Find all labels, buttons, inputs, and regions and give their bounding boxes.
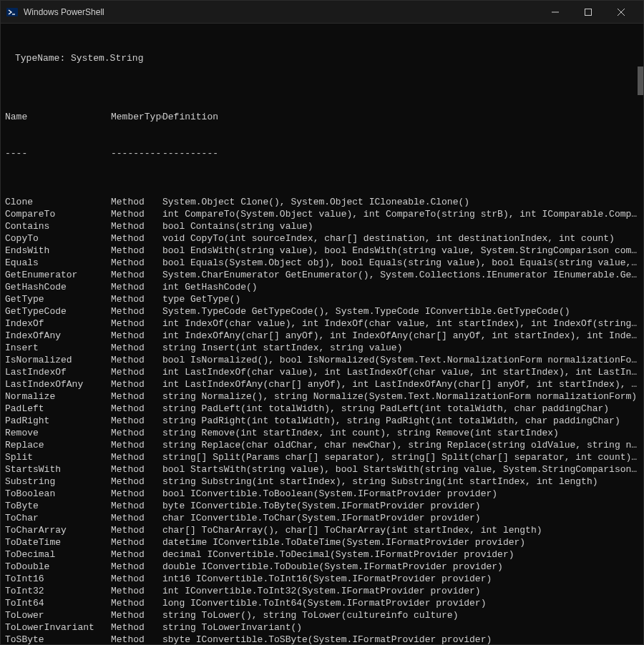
member-name: ToBoolean [5,488,111,500]
member-definition: bool IConvertible.ToBoolean(System.IForm… [162,488,639,500]
member-type: Method [111,269,162,281]
member-definition: string PadLeft(int totalWidth), string P… [162,403,639,415]
close-button[interactable] [605,1,638,24]
member-type: Method [111,232,162,245]
member-definition: void CopyTo(int sourceIndex, char[] dest… [162,232,639,245]
member-name: ToInt32 [5,585,111,597]
table-row: IndexOfAnyMethodint IndexOfAny(char[] an… [5,330,639,342]
member-name: Split [5,451,111,463]
window-controls [539,1,638,24]
table-row: SubstringMethodstring Substring(int star… [5,476,639,488]
table-row: ReplaceMethodstring Replace(char oldChar… [5,439,639,451]
table-header-underline: ---- ---------- ---------- [5,147,639,159]
member-definition: sbyte IConvertible.ToSByte(System.IForma… [162,634,639,644]
table-row: EqualsMethodbool Equals(System.Object ob… [5,257,639,269]
table-row: StartsWithMethodbool StartsWith(string v… [5,463,639,476]
table-row: LastIndexOfAnyMethodint LastIndexOfAny(c… [5,378,639,390]
member-definition: datetime IConvertible.ToDateTime(System.… [162,536,639,548]
member-definition: string ToLower(), string ToLower(culture… [162,609,639,621]
member-name: Replace [5,439,111,451]
member-type: Method [111,524,162,536]
table-row: InsertMethodstring Insert(int startIndex… [5,342,639,354]
member-definition: int IndexOf(char value), int IndexOf(cha… [162,317,639,330]
powershell-icon [6,6,18,18]
member-type: Method [111,196,162,208]
table-row: IsNormalizedMethodbool IsNormalized(), b… [5,354,639,366]
member-definition: string[] Split(Params char[] separator),… [162,451,639,463]
table-row: EndsWithMethodbool EndsWith(string value… [5,245,639,257]
table-row: CloneMethodSystem.Object Clone(), System… [5,196,639,208]
member-name: Substring [5,476,111,488]
typename-line: TypeName: System.String [5,52,639,64]
member-type: Method [111,427,162,439]
member-definition: int IndexOfAny(char[] anyOf), int IndexO… [162,330,639,342]
member-type: Method [111,597,162,609]
member-definition: System.Object Clone(), System.Object ICl… [162,196,639,208]
member-name: ToLowerInvariant [5,621,111,634]
table-row: GetTypeCodeMethodSystem.TypeCode GetType… [5,305,639,317]
member-definition: bool Equals(System.Object obj), bool Equ… [162,257,639,269]
member-rows: CloneMethodSystem.Object Clone(), System… [5,196,639,644]
table-row: ToByteMethodbyte IConvertible.ToByte(Sys… [5,500,639,512]
member-type: Method [111,378,162,390]
member-type: Method [111,512,162,524]
member-name: ToCharArray [5,524,111,536]
terminal-content[interactable]: TypeName: System.String Name MemberType … [1,24,643,644]
member-name: CompareTo [5,208,111,220]
member-name: ToInt16 [5,573,111,585]
member-name: PadRight [5,415,111,427]
table-row: PadLeftMethodstring PadLeft(int totalWid… [5,403,639,415]
member-type: Method [111,317,162,330]
table-row: PadRightMethodstring PadRight(int totalW… [5,415,639,427]
member-name: LastIndexOfAny [5,378,111,390]
window-title: Windows PowerShell [24,7,104,17]
member-name: LastIndexOf [5,366,111,378]
table-row: ToCharMethodchar IConvertible.ToChar(Sys… [5,512,639,524]
maximize-button[interactable] [572,1,605,24]
member-name: IndexOf [5,317,111,330]
member-type: Method [111,366,162,378]
member-definition: decimal IConvertible.ToDecimal(System.IF… [162,548,639,561]
member-name: ToDateTime [5,536,111,548]
table-row: ToBooleanMethodbool IConvertible.ToBoole… [5,488,639,500]
member-definition: int IConvertible.ToInt32(System.IFormatP… [162,585,639,597]
member-type: Method [111,257,162,269]
member-name: ToChar [5,512,111,524]
member-name: EndsWith [5,245,111,257]
table-row: ToLowerMethodstring ToLower(), string To… [5,609,639,621]
member-definition: long IConvertible.ToInt64(System.IFormat… [162,597,639,609]
member-definition: byte IConvertible.ToByte(System.IFormatP… [162,500,639,512]
member-definition: int LastIndexOfAny(char[] anyOf), int La… [162,378,639,390]
member-type: Method [111,548,162,561]
table-row: ToDecimalMethoddecimal IConvertible.ToDe… [5,548,639,561]
member-name: ToLower [5,609,111,621]
member-definition: char IConvertible.ToChar(System.IFormatP… [162,512,639,524]
header-name: Name [5,111,111,123]
table-row: NormalizeMethodstring Normalize(), strin… [5,390,639,403]
member-type: Method [111,342,162,354]
member-name: Remove [5,427,111,439]
member-name: StartsWith [5,463,111,476]
member-type: Method [111,561,162,573]
vertical-scrollbar-thumb[interactable] [638,67,643,95]
member-definition: bool EndsWith(string value), bool EndsWi… [162,245,639,257]
member-name: CopyTo [5,232,111,245]
minimize-button[interactable] [539,1,572,24]
member-type: Method [111,220,162,232]
member-type: Method [111,293,162,305]
member-type: Method [111,305,162,317]
member-definition: System.TypeCode GetTypeCode(), System.Ty… [162,305,639,317]
member-type: Method [111,281,162,293]
member-definition: string PadRight(int totalWidth), string … [162,415,639,427]
member-type: Method [111,463,162,476]
member-type: Method [111,330,162,342]
member-type: Method [111,585,162,597]
member-type: Method [111,476,162,488]
table-row: ToDateTimeMethoddatetime IConvertible.To… [5,536,639,548]
member-definition: double IConvertible.ToDouble(System.IFor… [162,561,639,573]
member-name: GetTypeCode [5,305,111,317]
titlebar[interactable]: Windows PowerShell [1,1,643,24]
table-row: ToLowerInvariantMethodstring ToLowerInva… [5,621,639,634]
table-row: CompareToMethodint CompareTo(System.Obje… [5,208,639,220]
member-name: GetEnumerator [5,269,111,281]
